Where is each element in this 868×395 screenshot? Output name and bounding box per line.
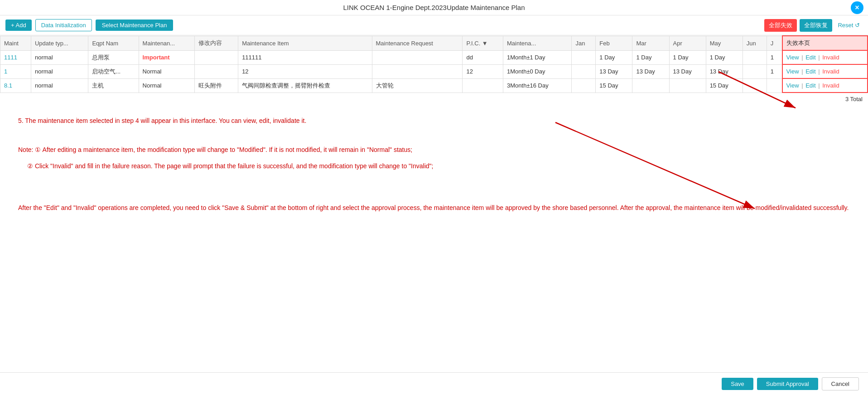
cell-may: 15 Day	[706, 78, 743, 93]
cell-jun	[743, 50, 767, 64]
cell-mar	[632, 78, 669, 93]
cell-xiugai	[194, 50, 238, 64]
cell-feb: 13 Day	[596, 64, 632, 78]
cell-maintena: 3Month±16 Day	[503, 78, 572, 93]
cell-jun	[743, 64, 767, 78]
col-header-update-type: Update typ...	[31, 36, 88, 50]
action-edit-link[interactable]: Edit	[805, 82, 815, 89]
cell-actions: View | Edit | Invalid	[782, 78, 868, 93]
cell-update-type: normal	[31, 64, 88, 78]
quanbu-huifu-button[interactable]: 全部恢复	[800, 19, 832, 32]
action-view-link[interactable]: View	[786, 54, 799, 61]
action-separator: |	[800, 82, 805, 89]
cell-maintena: 1Month±0 Day	[503, 64, 572, 78]
cell-apr: 13 Day	[669, 64, 706, 78]
col-header-jun: Jun	[743, 36, 767, 50]
col-header-xiugai: 修改内容	[194, 36, 238, 50]
col-header-maintena: Maintena...	[503, 36, 572, 50]
col-header-j: J	[767, 36, 782, 50]
instruction-note: Note: ① After editing a maintenance item…	[18, 143, 850, 156]
cell-request: 大管轮	[372, 78, 463, 93]
action-invalid-link[interactable]: Invalid	[822, 68, 839, 75]
data-init-button[interactable]: Data Initialization	[35, 19, 92, 31]
cell-j: 1	[767, 64, 782, 78]
note-title: Note:	[18, 146, 33, 153]
table-row: 1normal启动空气...Normal12121Month±0 Day13 D…	[0, 64, 868, 78]
col-header-request: Maintenance Request	[372, 36, 463, 50]
cell-apr: 1 Day	[669, 50, 706, 64]
action-edit-link[interactable]: Edit	[805, 68, 815, 75]
total-count: 3 Total	[845, 96, 863, 102]
submit-approval-button[interactable]: Submit Approval	[757, 378, 818, 390]
action-invalid-link[interactable]: Invalid	[822, 82, 839, 89]
cell-jan	[572, 50, 596, 64]
instructions: 5. The maintenance item selected in step…	[0, 105, 868, 227]
cancel-button[interactable]: Cancel	[822, 377, 859, 390]
cell-maintenance: Normal	[139, 64, 194, 78]
col-header-jan: Jan	[572, 36, 596, 50]
cell-eqpt-name: 总用泵	[88, 50, 139, 64]
action-view-link[interactable]: View	[786, 82, 799, 89]
cell-eqpt-name: 主机	[88, 78, 139, 93]
action-edit-link[interactable]: Edit	[805, 54, 815, 61]
col-header-may: May	[706, 36, 743, 50]
quanbu-shixiao-button[interactable]: 全部失效	[764, 19, 797, 32]
toolbar-right: 全部失效 全部恢复 Reset ↺	[764, 19, 863, 32]
select-plan-button[interactable]: Select Maintenance Plan	[96, 20, 174, 31]
table-row: 8.1normal主机Normal旺头附件气阀间隙检查调整，摇臂附件检查大管轮3…	[0, 78, 868, 93]
cell-xiugai: 旺头附件	[194, 78, 238, 93]
cell-xiugai	[194, 64, 238, 78]
action-separator: |	[800, 68, 805, 75]
cell-pic: dd	[463, 50, 503, 64]
cell-pic: 12	[463, 64, 503, 78]
after-note: After the "Edit" and "Invalid" operation…	[18, 201, 850, 214]
col-header-mar: Mar	[632, 36, 669, 50]
cell-maint[interactable]: 8.1	[0, 78, 31, 93]
action-separator: |	[800, 54, 805, 61]
cell-may: 1 Day	[706, 50, 743, 64]
col-header-item: Maintenance Item	[238, 36, 372, 50]
toolbar: + Add Data Initialization Select Mainten…	[0, 15, 868, 35]
cell-actions: View | Edit | Invalid	[782, 50, 868, 64]
col-header-eqpt-name: Eqpt Nam	[88, 36, 139, 50]
page-title: LINK OCEAN 1-Engine Dept.2023Update Main…	[343, 4, 525, 11]
col-header-maintenance: Maintenan...	[139, 36, 194, 50]
cell-item: 12	[238, 64, 372, 78]
cell-update-type: normal	[31, 50, 88, 64]
cell-feb: 15 Day	[596, 78, 632, 93]
action-separator: |	[817, 68, 822, 75]
cell-j: 1	[767, 50, 782, 64]
header-bar: LINK OCEAN 1-Engine Dept.2023Update Main…	[0, 0, 868, 15]
cell-maint[interactable]: 1111	[0, 50, 31, 64]
cell-request	[372, 64, 463, 78]
cell-mar: 13 Day	[632, 64, 669, 78]
close-button[interactable]: ×	[851, 1, 863, 14]
add-button[interactable]: + Add	[5, 20, 32, 31]
total-row: 3 Total	[0, 93, 868, 105]
table-row: 1111normal总用泵Important111111dd1Month±1 D…	[0, 50, 868, 64]
col-header-shixiao: 失效本页	[782, 36, 868, 50]
action-separator: |	[817, 54, 822, 61]
reset-button[interactable]: Reset ↺	[835, 20, 863, 31]
cell-item: 气阀间隙检查调整，摇臂附件检查	[238, 78, 372, 93]
cell-feb: 1 Day	[596, 50, 632, 64]
cell-may: 13 Day	[706, 64, 743, 78]
cell-eqpt-name: 启动空气...	[88, 64, 139, 78]
bottom-bar: Save Submit Approval Cancel	[0, 372, 868, 395]
cell-maintenance: Important	[139, 50, 194, 64]
table-body: 1111normal总用泵Important111111dd1Month±1 D…	[0, 50, 868, 93]
table-header-row: Maint Update typ... Eqpt Nam Maintenan..…	[0, 36, 868, 50]
cell-mar: 1 Day	[632, 50, 669, 64]
save-button[interactable]: Save	[722, 378, 753, 390]
cell-jan	[572, 64, 596, 78]
cell-maint[interactable]: 1	[0, 64, 31, 78]
cell-pic	[463, 78, 503, 93]
col-header-apr: Apr	[669, 36, 706, 50]
action-invalid-link[interactable]: Invalid	[822, 54, 839, 61]
cell-jan	[572, 78, 596, 93]
cell-update-type: normal	[31, 78, 88, 93]
col-header-pic[interactable]: P.I.C. ▼	[463, 36, 503, 50]
action-view-link[interactable]: View	[786, 68, 799, 75]
main-table-section: Maint Update typ... Eqpt Nam Maintenan..…	[0, 35, 868, 93]
note2: ② Click "Invalid" and fill in the failur…	[27, 160, 850, 172]
